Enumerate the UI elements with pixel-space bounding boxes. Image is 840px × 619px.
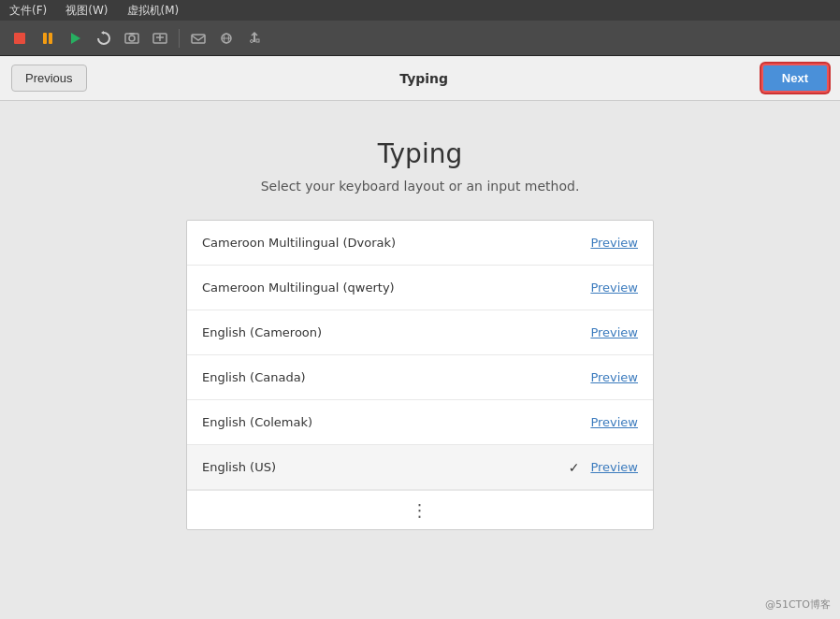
toolbar-pause-btn[interactable] bbox=[36, 26, 60, 50]
layout-name: English (Cameroon) bbox=[202, 325, 322, 339]
content-area: Typing Select your keyboard layout or an… bbox=[0, 101, 840, 619]
layout-row-selected[interactable]: English (US) ✓ Preview bbox=[187, 445, 653, 490]
layout-right: Preview bbox=[590, 236, 638, 250]
layout-name: English (Canada) bbox=[202, 370, 306, 384]
layout-name: English (US) bbox=[202, 460, 276, 474]
layout-right: Preview bbox=[590, 325, 638, 339]
preview-link-1[interactable]: Preview bbox=[590, 281, 638, 295]
preview-link-0[interactable]: Preview bbox=[590, 236, 638, 250]
svg-rect-2 bbox=[49, 33, 52, 44]
layout-table: Cameroon Multilingual (Dvorak) Preview C… bbox=[186, 220, 654, 530]
svg-point-6 bbox=[129, 36, 135, 41]
preview-link-2[interactable]: Preview bbox=[590, 325, 638, 339]
svg-marker-4 bbox=[101, 31, 104, 35]
svg-rect-7 bbox=[129, 33, 135, 35]
layout-row[interactable]: Cameroon Multilingual (qwerty) Preview bbox=[187, 266, 653, 310]
svg-rect-0 bbox=[14, 33, 25, 44]
preview-link-3[interactable]: Preview bbox=[590, 370, 638, 384]
toolbar-reset-btn[interactable] bbox=[92, 26, 116, 50]
toolbar-snapshot-btn[interactable] bbox=[120, 26, 144, 50]
toolbar-separator bbox=[179, 29, 180, 48]
svg-rect-11 bbox=[192, 35, 205, 43]
layout-row[interactable]: English (Colemak) Preview bbox=[187, 400, 653, 445]
layout-name: Cameroon Multilingual (Dvorak) bbox=[202, 236, 396, 250]
menu-file[interactable]: 文件(F) bbox=[6, 1, 51, 21]
toolbar-play-btn[interactable] bbox=[64, 26, 88, 50]
more-options-icon[interactable]: ⋮ bbox=[412, 500, 429, 520]
svg-rect-15 bbox=[256, 39, 259, 42]
svg-rect-1 bbox=[43, 33, 47, 44]
preview-link-4[interactable]: Preview bbox=[590, 415, 638, 429]
toolbar-send-btn[interactable] bbox=[186, 26, 210, 50]
next-button[interactable]: Next bbox=[761, 64, 829, 93]
selected-checkmark: ✓ bbox=[569, 460, 580, 475]
previous-button[interactable]: Previous bbox=[11, 65, 87, 92]
toolbar-snapshot2-btn[interactable] bbox=[148, 26, 172, 50]
menu-view[interactable]: 视图(W) bbox=[62, 1, 111, 21]
page-subtitle: Select your keyboard layout or an input … bbox=[261, 179, 580, 194]
layout-right: Preview bbox=[590, 370, 638, 384]
nav-title: Typing bbox=[399, 71, 448, 86]
toolbar-network-btn[interactable] bbox=[214, 26, 239, 50]
watermark: @51CTO博客 bbox=[765, 597, 831, 612]
svg-marker-3 bbox=[71, 33, 80, 44]
layout-name: English (Colemak) bbox=[202, 415, 312, 429]
toolbar-usb-btn[interactable] bbox=[242, 26, 267, 50]
layout-name: Cameroon Multilingual (qwerty) bbox=[202, 281, 395, 295]
layout-row[interactable]: Cameroon Multilingual (Dvorak) Preview bbox=[187, 221, 653, 266]
menu-vm[interactable]: 虚拟机(M) bbox=[123, 1, 183, 21]
layout-row[interactable]: English (Cameroon) Preview bbox=[187, 310, 653, 355]
svg-point-16 bbox=[251, 39, 253, 42]
nav-bar: Previous Typing Next bbox=[0, 56, 840, 101]
preview-link-5[interactable]: Preview bbox=[590, 460, 638, 474]
menu-bar: 文件(F) 视图(W) 虚拟机(M) bbox=[0, 0, 840, 21]
page-title: Typing bbox=[378, 138, 462, 169]
layout-row[interactable]: English (Canada) Preview bbox=[187, 355, 653, 400]
more-options-row[interactable]: ⋮ bbox=[187, 490, 653, 529]
layout-right: ✓ Preview bbox=[569, 460, 638, 475]
layout-right: Preview bbox=[590, 281, 638, 295]
layout-right: Preview bbox=[590, 415, 638, 429]
toolbar-stop-btn[interactable] bbox=[7, 26, 32, 50]
main-window: Previous Typing Next Typing Select your … bbox=[0, 56, 840, 619]
toolbar bbox=[0, 21, 840, 56]
